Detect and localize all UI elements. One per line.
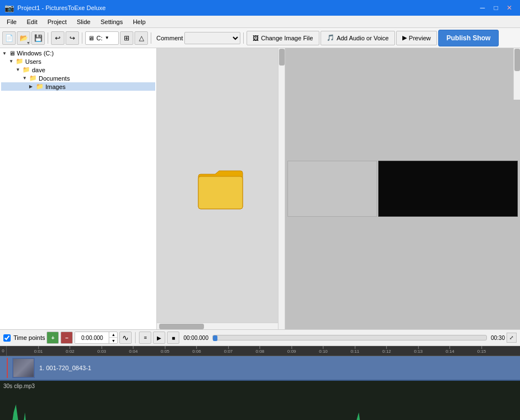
minimize-button[interactable]: ─ bbox=[476, 2, 489, 14]
tree-arrow: ▼ bbox=[22, 76, 29, 81]
audio-track-label: 30s clip.mp3 bbox=[3, 383, 35, 389]
curve-button[interactable]: ∿ bbox=[119, 332, 132, 344]
scroll-thumb-bottom[interactable] bbox=[159, 324, 204, 329]
ruler-mark-1: 0:02 bbox=[66, 346, 75, 354]
ruler-mark-11: 0:12 bbox=[382, 346, 391, 354]
position-thumb[interactable] bbox=[213, 335, 217, 341]
title-text: Project1 - PicturesToExe Deluxe bbox=[17, 4, 106, 11]
menu-project[interactable]: Project bbox=[43, 17, 71, 26]
play-button[interactable]: ▶ bbox=[153, 332, 165, 344]
tree-item-images[interactable]: ▶ 📁 Images bbox=[1, 82, 155, 91]
preview-button[interactable]: ▶ Preview bbox=[396, 31, 437, 45]
close-button[interactable]: ✕ bbox=[503, 2, 516, 14]
menu-edit[interactable]: Edit bbox=[22, 17, 42, 26]
add-audio-label: Add Audio or Voice bbox=[337, 35, 389, 41]
undo-button[interactable]: ↩ bbox=[51, 31, 64, 45]
menu-file[interactable]: File bbox=[2, 17, 21, 26]
tree-item-dave[interactable]: ▼ 📁 dave bbox=[1, 66, 155, 74]
add-timepoint-button[interactable]: + bbox=[47, 332, 59, 344]
drive-dropdown[interactable]: 🖥 C: ▼ bbox=[85, 31, 119, 45]
tree-item-users[interactable]: ▼ 📁 Users bbox=[1, 57, 155, 66]
time-down-button[interactable]: ▼ bbox=[109, 338, 117, 344]
folder-icon-dave: 📁 bbox=[22, 66, 30, 73]
time-up-button[interactable]: ▲ bbox=[109, 332, 117, 338]
drive-icon-tree: 🖥 bbox=[9, 50, 15, 57]
stop-button[interactable]: ■ bbox=[167, 332, 179, 344]
publish-label: Publish Show bbox=[447, 34, 491, 42]
preview-area bbox=[285, 48, 520, 329]
tree-label-documents: Documents bbox=[39, 75, 70, 82]
new-button[interactable]: 📄 bbox=[2, 31, 16, 45]
end-time-display: 00:30 bbox=[491, 335, 505, 341]
preview-label: Preview bbox=[409, 35, 431, 41]
separator bbox=[135, 332, 136, 343]
tree-arrow: ▼ bbox=[2, 51, 9, 56]
ruler-mark-2: 0:03 bbox=[97, 346, 106, 354]
view-button[interactable]: ⊞ bbox=[120, 31, 133, 45]
time-spinner: ▲ ▼ bbox=[109, 332, 117, 344]
menu-help[interactable]: Help bbox=[128, 17, 150, 26]
waveform-visualization bbox=[0, 381, 520, 420]
tree-item-documents[interactable]: ▼ 📁 Documents bbox=[1, 74, 155, 82]
expand-button[interactable]: ⤢ bbox=[507, 333, 517, 343]
menu-settings[interactable]: Settings bbox=[96, 17, 127, 26]
ruler-mark-12: 0:13 bbox=[414, 346, 423, 354]
ruler-mark-4: 0:05 bbox=[161, 346, 170, 354]
time-value-input[interactable] bbox=[75, 332, 109, 343]
bottom-scrollbar[interactable] bbox=[157, 323, 278, 329]
file-browser-panel: ▼ 🖥 Windows (C:) ▼ 📁 Users ▼ 📁 dave ▼ 📁 … bbox=[0, 48, 157, 329]
timeline-area: 0 0:010:020:030:040:050:060:070:080:090:… bbox=[0, 346, 520, 420]
right-scrollbar[interactable] bbox=[278, 48, 285, 329]
preview-image-right bbox=[378, 161, 518, 217]
ruler-mark-5: 0:06 bbox=[192, 346, 201, 354]
remove-timepoint-button[interactable]: − bbox=[61, 332, 73, 344]
comment-input[interactable] bbox=[184, 32, 240, 44]
center-thumbnail-area bbox=[157, 48, 285, 329]
change-image-icon: 🖼 bbox=[253, 35, 259, 41]
slide-thumb-image bbox=[13, 359, 34, 377]
scroll-thumb-right[interactable] bbox=[279, 49, 285, 66]
ruler-marks-container: 0:010:020:030:040:050:060:070:080:090:10… bbox=[7, 346, 520, 356]
tree-item-drive[interactable]: ▼ 🖥 Windows (C:) bbox=[1, 49, 155, 57]
separator3 bbox=[151, 32, 151, 44]
ruler-mark-6: 0:07 bbox=[224, 346, 233, 354]
more-button[interactable]: ≡ bbox=[139, 332, 151, 344]
dropdown-arrow: ▼ bbox=[105, 35, 109, 40]
folder-svg-icon bbox=[196, 166, 246, 211]
separator1 bbox=[48, 32, 48, 44]
tree-label-windows: Windows (C:) bbox=[17, 50, 54, 57]
ruler-mark-14: 0:15 bbox=[477, 346, 486, 354]
slide-track: 1. 001-720_0843-1 bbox=[0, 356, 520, 381]
timepoints-label: Time points bbox=[13, 334, 45, 341]
menu-slide[interactable]: Slide bbox=[72, 17, 95, 26]
ruler-mark-3: 0:04 bbox=[129, 346, 138, 354]
title-left: 📷 Project1 - PicturesToExe Deluxe bbox=[4, 3, 106, 12]
publish-button[interactable]: Publish Show bbox=[438, 30, 499, 46]
folder-icon-images: 📁 bbox=[36, 83, 44, 90]
preview-image-left bbox=[287, 161, 377, 217]
open-button[interactable]: 📂 ▼ bbox=[17, 31, 30, 45]
drive-label: C: bbox=[96, 35, 103, 41]
timeline-controls-bar: Time points + − ▲ ▼ ∿ ≡ ▶ ■ 00:00.000 00… bbox=[0, 329, 520, 346]
change-image-button[interactable]: 🖼 Change Image File bbox=[247, 31, 319, 45]
redo-button[interactable]: ↪ bbox=[66, 31, 79, 45]
toolbar: 📄 📂 ▼ 💾 ↩ ↪ 🖥 C: ▼ ⊞ △ Comment 🖼 Change … bbox=[0, 28, 520, 48]
ruler-mark-7: 0:08 bbox=[256, 346, 264, 354]
tree-label-users: Users bbox=[25, 58, 41, 65]
timepoints-checkbox[interactable] bbox=[3, 334, 11, 342]
add-audio-button[interactable]: 🎵 Add Audio or Voice bbox=[321, 31, 395, 45]
triangle-button[interactable]: △ bbox=[134, 31, 148, 45]
folder-icon-documents: 📁 bbox=[29, 74, 37, 82]
timeline-ruler: 0 0:010:020:030:040:050:060:070:080:090:… bbox=[0, 346, 520, 356]
save-button[interactable]: 💾 bbox=[31, 31, 45, 45]
title-controls: ─ □ ✕ bbox=[476, 2, 516, 14]
separator4 bbox=[243, 32, 244, 44]
app-icon: 📷 bbox=[4, 3, 14, 12]
ruler-mark-0: 0:01 bbox=[34, 346, 43, 354]
playhead bbox=[7, 358, 8, 378]
position-slider[interactable] bbox=[212, 335, 487, 340]
ruler-mark-13: 0:14 bbox=[445, 346, 454, 354]
preview-icon: ▶ bbox=[402, 34, 407, 41]
maximize-button[interactable]: □ bbox=[490, 2, 502, 14]
change-image-label: Change Image File bbox=[261, 35, 313, 41]
